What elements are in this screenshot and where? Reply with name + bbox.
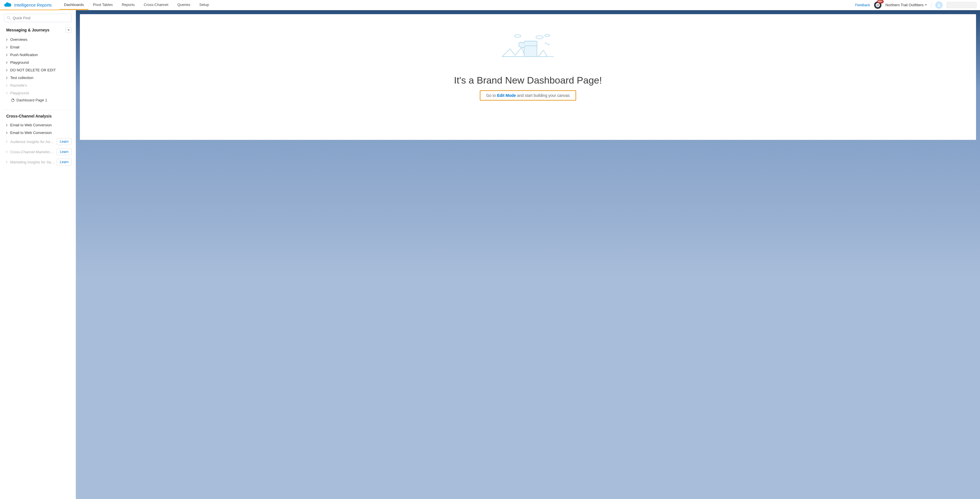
sidebar-item-label: Cross-Channel Marketing … [10,150,55,154]
sidebar-item-label: Marketing Insights for Sal… [10,160,55,164]
sidebar-item-label: Push Notification [10,52,72,57]
learn-button[interactable]: Learn [57,159,72,165]
top-right: Feedback 99+ Northern Trail Outfitters [855,2,980,9]
section-title-cross-channel: Cross-Channel Analysis [0,111,76,120]
app-title: Intelligence Reports [14,3,52,7]
chevron-right-icon [5,61,8,64]
edit-mode-link[interactable]: Edit Mode [497,93,516,98]
edit-mode-callout: Go to Edit Mode and start building your … [480,91,576,100]
sidebar: Messaging & Journeys OverviewsEmailPush … [0,10,76,499]
logo-area: Intelligence Reports [0,2,59,9]
chevron-right-icon [5,38,8,41]
sidebar-item-marketing-insights-for-sal[interactable]: Marketing Insights for Sal…Learn [2,157,73,167]
person-icon [937,3,941,7]
chevron-down-icon [67,29,70,31]
sidebar-item-label: Email to Web Conversion [10,123,72,127]
sidebar-item-email-to-web-conversion[interactable]: Email to Web Conversion [2,121,73,129]
tab-dashboards[interactable]: Dashboards [59,0,88,10]
sidebar-subitem-dashboard-page[interactable]: Dashboard Page 1 [2,97,73,103]
svg-point-0 [875,3,880,7]
sidebar-item-playground[interactable]: Playground [2,59,73,66]
user-avatar[interactable] [935,2,943,9]
dashboard-card: It's a Brand New Dashboard Page! Go to E… [80,14,976,140]
quick-find[interactable] [4,14,72,22]
svg-point-1 [877,4,877,5]
sidebar-item-playground[interactable]: Playground [2,89,73,97]
main-tabs: DashboardsPivot TablesReportsCross-Chann… [59,0,213,10]
org-picker[interactable]: Northern Trail Outfitters [885,3,927,7]
svg-point-3 [938,3,940,5]
cta-prefix: Go to [486,93,496,98]
sidebar-item-email[interactable]: Email [2,43,73,51]
svg-point-10 [545,35,550,37]
tab-queries[interactable]: Queries [173,0,195,10]
chevron-down-icon [925,4,927,6]
sidebar-item-overviews[interactable]: Overviews [2,36,73,43]
feedback-link[interactable]: Feedback [855,3,870,7]
chevron-right-icon [5,46,8,49]
body: Messaging & Journeys OverviewsEmailPush … [0,10,980,499]
chevron-right-icon [5,92,8,95]
section-dropdown-button[interactable] [65,27,72,33]
cta-suffix: and start building your canvas [517,93,570,98]
tree-cross-channel: Email to Web ConversionEmail to Web Conv… [0,120,76,170]
sidebar-item-rachelle-s[interactable]: Rachelle's [2,81,73,89]
main-canvas-area: It's a Brand New Dashboard Page! Go to E… [76,10,980,499]
sidebar-item-push-notification[interactable]: Push Notification [2,51,73,59]
tab-cross-channel[interactable]: Cross-Channel [139,0,173,10]
sidebar-item-label: Rachelle's [10,83,72,87]
svg-rect-8 [524,41,537,46]
sidebar-item-cross-channel-marketing[interactable]: Cross-Channel Marketing …Learn [2,147,73,157]
sidebar-item-label: Email [10,45,72,49]
chevron-right-icon [5,76,8,79]
tab-reports[interactable]: Reports [117,0,139,10]
sidebar-item-test-collection[interactable]: Test collection [2,74,73,81]
svg-point-4 [7,16,10,19]
sidebar-item-do-not-delete-or-edit[interactable]: DO NOT DELETE OR EDIT [2,66,73,74]
chevron-right-icon [5,140,8,143]
svg-point-11 [515,35,521,37]
chevron-right-icon [5,161,8,164]
sidebar-item-label: Playground [10,91,72,95]
dashboard-icon [11,98,15,102]
sidebar-item-audience-insights-for-adv[interactable]: Audience Insights for Adv…Learn [2,137,73,147]
tree-messaging: OverviewsEmailPush NotificationPlaygroun… [0,35,76,107]
sidebar-item-label: DO NOT DELETE OR EDIT [10,68,72,72]
notifications-button[interactable]: 99+ [874,2,881,9]
tab-pivot-tables[interactable]: Pivot Tables [88,0,117,10]
chevron-right-icon [5,84,8,87]
learn-button[interactable]: Learn [57,148,72,155]
sidebar-item-label: Playground [10,60,72,65]
quick-find-input[interactable] [13,16,69,20]
sidebar-item-email-to-web-conversion[interactable]: Email to Web Conversion [2,129,73,137]
section-title: Messaging & Journeys [6,28,49,32]
chevron-right-icon [5,54,8,56]
empty-state-title: It's a Brand New Dashboard Page! [454,75,602,86]
sidebar-subitem-label: Dashboard Page 1 [16,98,47,102]
top-search-input[interactable] [947,2,977,8]
chevron-right-icon [5,150,8,153]
tab-setup[interactable]: Setup [195,0,213,10]
notification-badge: 99+ [877,0,884,3]
svg-point-2 [878,4,879,5]
search-icon [6,16,11,20]
sidebar-item-label: Test collection [10,76,72,80]
sidebar-item-label: Overviews [10,37,72,41]
section-header-messaging: Messaging & Journeys [0,25,76,35]
chevron-right-icon [5,124,8,127]
divider [4,110,72,110]
empty-state-illustration [500,30,556,65]
svg-rect-7 [524,45,537,57]
chevron-right-icon [5,69,8,72]
sidebar-item-label: Email to Web Conversion [10,130,72,135]
divider [931,2,931,8]
chevron-right-icon [5,131,8,134]
top-bar: Intelligence Reports DashboardsPivot Tab… [0,0,980,10]
svg-point-9 [536,36,543,39]
cloud-icon [3,2,12,9]
svg-line-5 [10,18,10,19]
org-name: Northern Trail Outfitters [885,3,924,7]
learn-button[interactable]: Learn [57,138,72,145]
sidebar-item-label: Audience Insights for Adv… [10,140,55,144]
